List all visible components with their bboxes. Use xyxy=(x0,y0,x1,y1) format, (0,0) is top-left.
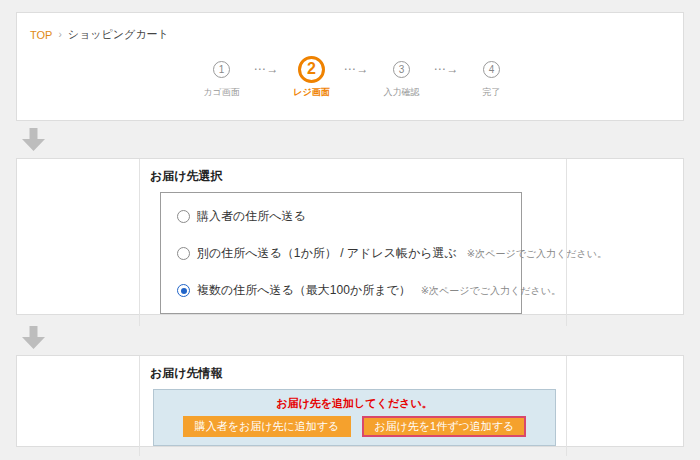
step-arrow-icon: ⋯→ xyxy=(340,55,374,83)
add-destination-one-by-one-button[interactable]: お届け先を1件ずつ追加する xyxy=(362,416,526,437)
delivery-info-title: お届け先情報 xyxy=(150,365,566,382)
right-spacer-cell xyxy=(566,356,683,456)
add-buyer-as-destination-button[interactable]: 購入者をお届け先に追加する xyxy=(183,416,352,437)
breadcrumb-home-link[interactable]: TOP xyxy=(30,29,52,41)
step-2-circle: 2 xyxy=(298,56,325,83)
breadcrumb-separator: › xyxy=(58,29,61,40)
step-arrow-icon: ⋯→ xyxy=(430,55,464,83)
down-arrow-icon xyxy=(22,326,700,349)
step-4-label: 完了 xyxy=(483,86,501,99)
step-3-label: 入力確認 xyxy=(384,86,420,99)
radio-buyer-address[interactable] xyxy=(177,210,190,223)
delivery-select-title: お届け先選択 xyxy=(150,168,566,185)
step-1-label: カゴ画面 xyxy=(203,86,239,99)
radio-multiple-addresses-selected[interactable] xyxy=(177,284,190,297)
delivery-info-panel: お届け先情報 お届け先を追加してください。 購入者をお届け先に追加する お届け先… xyxy=(16,355,684,447)
step-4-circle: 4 xyxy=(483,61,500,78)
step-register-active: 2 レジ画面 xyxy=(284,55,340,99)
down-arrow-icon xyxy=(22,128,700,151)
option-label[interactable]: 複数の住所へ送る（最大100か所まで） xyxy=(197,282,411,299)
option-label[interactable]: 別の住所へ送る（1か所） / アドレス帳から選ぶ xyxy=(197,245,457,262)
left-spacer-cell xyxy=(17,159,140,326)
step-arrow-icon: ⋯→ xyxy=(250,55,284,83)
breadcrumb-current: ショッピングカート xyxy=(68,27,169,42)
step-confirm: 3 入力確認 xyxy=(374,55,430,99)
step-1-circle: 1 xyxy=(213,61,230,78)
option-other-address[interactable]: 別の住所へ送る（1か所） / アドレス帳から選ぶ ※次ページでご入力ください。 xyxy=(177,245,521,262)
add-destination-box: お届け先を追加してください。 購入者をお届け先に追加する お届け先を1件ずつ追加… xyxy=(153,389,556,446)
right-spacer-cell xyxy=(566,159,683,326)
add-destination-buttons: 購入者をお届け先に追加する お届け先を1件ずつ追加する xyxy=(154,416,555,437)
option-multiple-addresses[interactable]: 複数の住所へ送る（最大100か所まで） ※次ページでご入力ください。 xyxy=(177,282,521,299)
breadcrumb: TOP › ショッピングカート xyxy=(30,27,683,42)
delivery-info-content: お届け先情報 お届け先を追加してください。 購入者をお届け先に追加する お届け先… xyxy=(140,356,566,456)
left-spacer-cell xyxy=(17,356,140,456)
checkout-step-indicator: 1 カゴ画面 ⋯→ 2 レジ画面 ⋯→ 3 入力確認 ⋯→ 4 完了 xyxy=(30,55,683,99)
option-buyer-address[interactable]: 購入者の住所へ送る xyxy=(177,208,521,225)
step-cart: 1 カゴ画面 xyxy=(194,55,250,99)
step-3-circle: 3 xyxy=(393,61,410,78)
step-2-label: レジ画面 xyxy=(293,86,329,99)
option-label[interactable]: 購入者の住所へ送る xyxy=(197,208,306,225)
option-note: ※次ページでご入力ください。 xyxy=(421,284,561,298)
delivery-select-panel: お届け先選択 購入者の住所へ送る 別の住所へ送る（1か所） / アドレス帳から選… xyxy=(16,158,684,315)
add-destination-message: お届け先を追加してください。 xyxy=(154,396,555,411)
header-panel: TOP › ショッピングカート 1 カゴ画面 ⋯→ 2 レジ画面 ⋯→ 3 入力… xyxy=(16,12,684,121)
delivery-select-content: お届け先選択 購入者の住所へ送る 別の住所へ送る（1か所） / アドレス帳から選… xyxy=(140,159,566,326)
delivery-options-box: 購入者の住所へ送る 別の住所へ送る（1か所） / アドレス帳から選ぶ ※次ページ… xyxy=(160,192,522,314)
step-complete: 4 完了 xyxy=(464,55,520,99)
radio-other-address[interactable] xyxy=(177,247,190,260)
